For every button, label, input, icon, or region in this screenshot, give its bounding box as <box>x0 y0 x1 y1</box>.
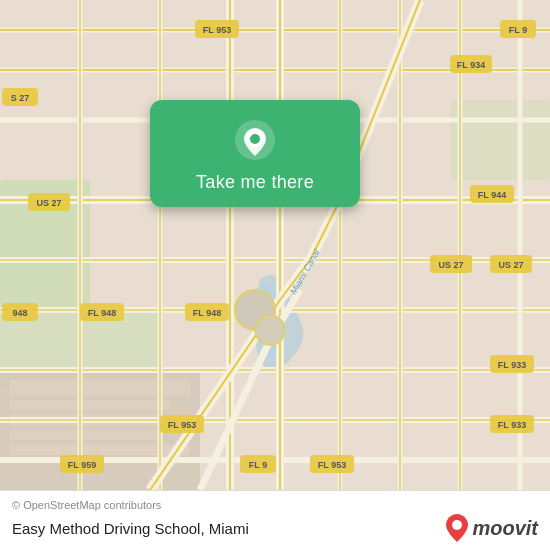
location-name: Easy Method Driving School, Miami <box>12 520 249 537</box>
moovit-brand-text: moovit <box>472 517 538 540</box>
moovit-logo: moovit <box>446 514 538 542</box>
svg-text:FL 953: FL 953 <box>318 460 346 470</box>
map-attribution: © OpenStreetMap contributors <box>12 499 538 511</box>
svg-text:FL 948: FL 948 <box>193 308 221 318</box>
svg-point-80 <box>250 134 260 144</box>
svg-text:FL 944: FL 944 <box>478 190 506 200</box>
take-me-there-button[interactable]: Take me there <box>196 172 314 193</box>
svg-rect-9 <box>10 445 190 455</box>
svg-text:US 27: US 27 <box>438 260 463 270</box>
svg-text:FL 934: FL 934 <box>457 60 485 70</box>
svg-text:FL 933: FL 933 <box>498 360 526 370</box>
map-container: FL 9 FL 934 FL 953 S 27 FL 944 US 27 FL … <box>0 0 550 490</box>
bottom-bar: © OpenStreetMap contributors Easy Method… <box>0 490 550 550</box>
svg-text:FL 933: FL 933 <box>498 420 526 430</box>
svg-point-42 <box>255 315 285 345</box>
svg-text:FL 9: FL 9 <box>509 25 527 35</box>
popup-card[interactable]: Take me there <box>150 100 360 207</box>
svg-text:US 27: US 27 <box>36 198 61 208</box>
svg-rect-8 <box>10 430 160 440</box>
svg-text:FL 953: FL 953 <box>168 420 196 430</box>
svg-text:FL 953: FL 953 <box>203 25 231 35</box>
svg-rect-3 <box>450 100 550 180</box>
svg-rect-5 <box>10 380 190 395</box>
svg-text:948: 948 <box>12 308 27 318</box>
svg-text:S 27: S 27 <box>11 93 30 103</box>
svg-text:US 27: US 27 <box>498 260 523 270</box>
svg-text:FL 959: FL 959 <box>68 460 96 470</box>
moovit-pin-icon <box>446 514 468 542</box>
bottom-info-row: Easy Method Driving School, Miami moovit <box>12 514 538 542</box>
svg-point-81 <box>452 520 462 530</box>
svg-text:FL 9: FL 9 <box>249 460 267 470</box>
svg-rect-6 <box>10 400 170 410</box>
svg-text:FL 948: FL 948 <box>88 308 116 318</box>
location-pin-icon <box>233 118 277 162</box>
